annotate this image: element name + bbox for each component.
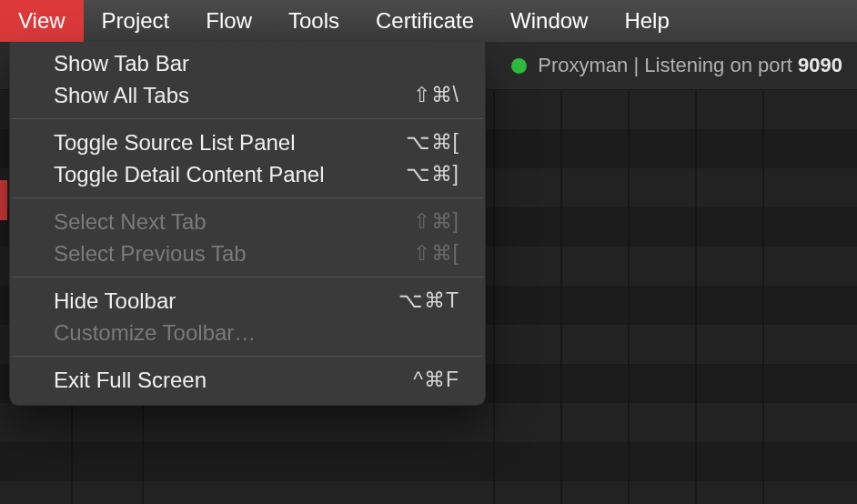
menu-separator	[12, 197, 483, 198]
menu-certificate[interactable]: Certificate	[358, 0, 492, 42]
menu-item-customize-toolbar: Customize Toolbar…	[10, 317, 485, 348]
menu-item-select-previous-tab: Select Previous Tab ⇧⌘[	[10, 237, 485, 269]
menu-separator	[12, 356, 483, 357]
menu-help[interactable]: Help	[606, 0, 687, 42]
menu-project[interactable]: Project	[84, 0, 188, 42]
menu-item-shortcut: ⇧⌘\	[359, 83, 459, 107]
menu-item-shortcut: ⌥⌘]	[359, 162, 459, 186]
connection-status: Proxyman | Listening on port 9090	[511, 54, 842, 77]
menu-item-select-next-tab: Select Next Tab ⇧⌘]	[10, 206, 485, 237]
menu-item-label: Select Next Tab	[54, 209, 207, 235]
row-selection-indicator	[0, 180, 7, 220]
status-text: Proxyman | Listening on port 9090	[538, 54, 842, 77]
menu-item-label: Hide Toolbar	[54, 288, 176, 314]
menu-item-label: Exit Full Screen	[54, 368, 207, 393]
menu-item-exit-full-screen[interactable]: Exit Full Screen ^⌘F	[10, 364, 485, 396]
menu-item-show-all-tabs[interactable]: Show All Tabs ⇧⌘\	[10, 79, 485, 111]
menu-item-shortcut: ⇧⌘]	[359, 209, 459, 234]
menu-item-shortcut: ⌥⌘[	[359, 130, 459, 155]
menu-item-shortcut: ^⌘F	[359, 368, 459, 392]
menu-item-shortcut: ⌥⌘T	[359, 288, 459, 313]
status-indicator-icon	[511, 58, 527, 74]
menu-item-label: Show Tab Bar	[54, 51, 189, 76]
menu-item-toggle-source-list-panel[interactable]: Toggle Source List Panel ⌥⌘[	[10, 126, 485, 158]
menu-item-label: Select Previous Tab	[54, 241, 247, 267]
menu-flow[interactable]: Flow	[187, 0, 270, 42]
menu-item-show-tab-bar[interactable]: Show Tab Bar	[10, 47, 485, 79]
menu-item-shortcut: ⇧⌘[	[359, 241, 459, 266]
menu-item-label: Toggle Detail Content Panel	[54, 162, 325, 187]
menu-separator	[12, 277, 483, 277]
menu-item-hide-toolbar[interactable]: Hide Toolbar ⌥⌘T	[10, 285, 485, 317]
port-number: 9090	[798, 54, 842, 76]
menu-separator	[12, 118, 483, 119]
menubar: View Project Flow Tools Certificate Wind…	[0, 0, 857, 42]
app-name: Proxyman	[538, 54, 628, 76]
menu-item-label: Show All Tabs	[54, 83, 189, 108]
menu-view[interactable]: View	[0, 0, 84, 42]
menu-tools[interactable]: Tools	[270, 0, 358, 42]
menu-item-label: Toggle Source List Panel	[54, 130, 296, 156]
menu-item-label: Customize Toolbar…	[54, 320, 256, 346]
view-menu-dropdown: Show Tab Bar Show All Tabs ⇧⌘\ Toggle So…	[9, 42, 486, 406]
menu-item-toggle-detail-content-panel[interactable]: Toggle Detail Content Panel ⌥⌘]	[10, 158, 485, 190]
menu-window[interactable]: Window	[492, 0, 606, 42]
